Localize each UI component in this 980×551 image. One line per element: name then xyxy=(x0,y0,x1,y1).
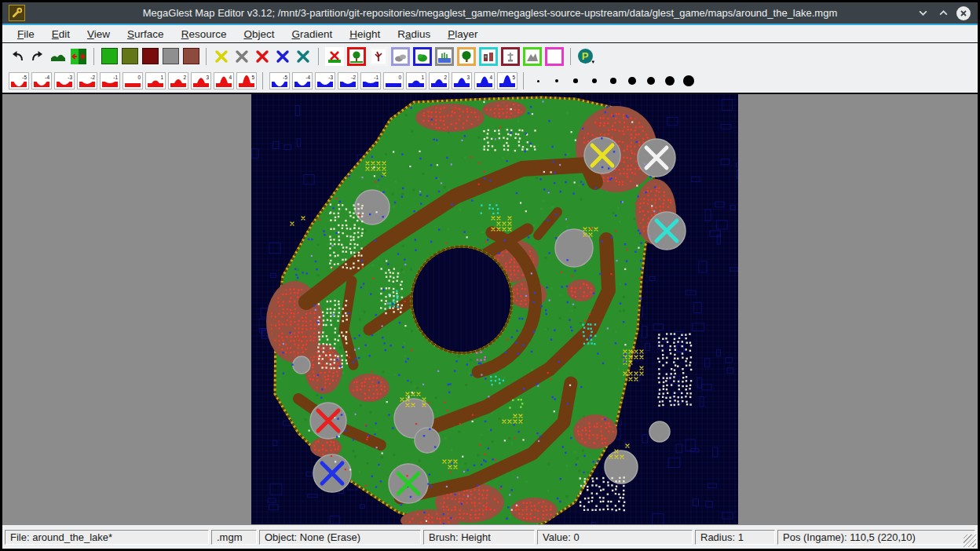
gradient-brush--3[interactable]: -3 xyxy=(315,72,335,89)
status-value: Value: 0 xyxy=(537,530,693,545)
object-tree-button[interactable] xyxy=(347,47,366,66)
svg-text:0: 0 xyxy=(137,75,141,80)
object-dead-tree-button[interactable] xyxy=(369,47,388,66)
redo-button[interactable] xyxy=(27,47,48,66)
radius-1-button[interactable] xyxy=(528,73,547,89)
toolbar-separator xyxy=(262,72,263,89)
object-erase-button[interactable] xyxy=(325,47,344,66)
swap-surfaces-button[interactable] xyxy=(68,47,89,66)
gradient-brush--4[interactable]: -4 xyxy=(292,72,313,89)
menu-height[interactable]: Height xyxy=(341,27,389,42)
svg-text:2: 2 xyxy=(444,75,447,80)
menu-edit[interactable]: Edit xyxy=(43,27,79,42)
map-canvas[interactable] xyxy=(251,94,738,524)
menu-player[interactable]: Player xyxy=(439,27,486,42)
gradient-brush-1[interactable]: 1 xyxy=(406,72,426,89)
resource-custom3-button[interactable] xyxy=(293,47,313,66)
height-brush--5[interactable]: -5 xyxy=(9,72,29,89)
surface-ground-button[interactable] xyxy=(181,47,201,66)
object-water-plant-button[interactable] xyxy=(435,47,454,66)
resize-grip[interactable] xyxy=(964,535,976,547)
resource-gold-button[interactable] xyxy=(211,47,232,66)
object-stone-button[interactable] xyxy=(391,47,410,66)
svg-text:2: 2 xyxy=(183,75,186,80)
gradient-brush-3[interactable]: 3 xyxy=(452,72,472,89)
height-brush-5[interactable]: 5 xyxy=(236,72,257,89)
surface-grass-button[interactable] xyxy=(99,47,119,66)
gradient-brush-2[interactable]: 2 xyxy=(429,72,449,89)
brush-toolbar: -5-4-3-2-1012345-5-4-3-2-1012345 xyxy=(2,69,978,93)
gradient-brush-0[interactable]: 0 xyxy=(383,72,404,89)
radius-dot xyxy=(555,79,558,82)
radius-4-button[interactable] xyxy=(585,73,604,89)
close-button[interactable] xyxy=(956,5,971,21)
height-brush-3[interactable]: 3 xyxy=(191,72,211,89)
maximize-button[interactable] xyxy=(935,5,951,21)
undo-button[interactable] xyxy=(7,47,27,66)
toolbar-separator xyxy=(570,48,571,65)
title-bar: MegaGlest Map Editor v3.12; /mnt/3-parti… xyxy=(2,2,978,24)
radius-dot xyxy=(592,78,598,84)
radius-8-button[interactable] xyxy=(660,73,679,89)
wrench-app-icon[interactable] xyxy=(9,5,25,21)
menu-view[interactable]: View xyxy=(79,27,119,42)
radius-dot xyxy=(573,78,578,83)
svg-text:-1: -1 xyxy=(374,75,378,80)
object-statue-button[interactable] xyxy=(501,47,520,66)
surface-alt-grass-button[interactable] xyxy=(119,47,140,66)
radius-2-button[interactable] xyxy=(547,73,566,89)
status-pos: Pos (Ingame): 110,5 (220,10) xyxy=(777,530,975,545)
menu-object[interactable]: Object xyxy=(235,27,283,42)
gradient-brush--5[interactable]: -5 xyxy=(269,72,290,89)
minimize-button[interactable] xyxy=(915,5,931,21)
menu-surface[interactable]: Surface xyxy=(119,27,173,42)
svg-text:-4: -4 xyxy=(45,75,49,80)
menu-radius[interactable]: Radius xyxy=(389,27,439,42)
menu-gradient[interactable]: Gradient xyxy=(283,27,341,42)
object-bush-button[interactable] xyxy=(413,47,432,66)
dropdown-arrow-icon: ▾ xyxy=(591,59,594,65)
radius-3-button[interactable] xyxy=(566,73,585,89)
object-invisible-button[interactable] xyxy=(545,47,564,66)
height-brush--3[interactable]: -3 xyxy=(54,72,75,89)
height-brush--1[interactable]: -1 xyxy=(100,72,120,89)
surface-stone-button[interactable] xyxy=(160,47,181,66)
menu-file[interactable]: File xyxy=(9,27,43,42)
app-window: MegaGlest Map Editor v3.12; /mnt/3-parti… xyxy=(0,0,980,551)
object-big-rock-button[interactable] xyxy=(523,47,542,66)
height-brush-4[interactable]: 4 xyxy=(214,72,234,89)
gradient-brush-5[interactable]: 5 xyxy=(497,72,517,89)
svg-text:-5: -5 xyxy=(283,75,287,80)
toolbar-separator xyxy=(318,48,319,65)
resource-custom2-button[interactable] xyxy=(272,47,293,66)
resource-custom1-button[interactable] xyxy=(252,47,272,66)
svg-text:5: 5 xyxy=(251,75,254,80)
radius-6-button[interactable] xyxy=(623,73,642,89)
height-brush--2[interactable]: -2 xyxy=(77,72,97,89)
gradient-brush--2[interactable]: -2 xyxy=(338,72,358,89)
svg-text:4: 4 xyxy=(229,75,232,80)
object-buildings-button[interactable] xyxy=(479,47,498,66)
surface-road-button[interactable] xyxy=(140,47,160,66)
height-brush-2[interactable]: 2 xyxy=(168,72,188,89)
object-big-tree-button[interactable] xyxy=(457,47,476,66)
radius-9-button[interactable] xyxy=(679,73,698,89)
radius-7-button[interactable] xyxy=(642,73,660,89)
radius-dot xyxy=(628,77,636,85)
player-brush-button[interactable]: P▾ xyxy=(576,47,594,66)
surface-grass-button-swatch xyxy=(101,48,118,64)
gradient-brush--1[interactable]: -1 xyxy=(360,72,381,89)
svg-text:-2: -2 xyxy=(90,75,95,80)
radius-5-button[interactable] xyxy=(604,73,623,89)
toolbar-separator xyxy=(93,48,94,65)
height-hill-button[interactable] xyxy=(48,47,68,66)
status-extension: .mgm xyxy=(211,530,257,545)
menu-resource[interactable]: Resource xyxy=(173,27,236,42)
height-brush--4[interactable]: -4 xyxy=(31,72,52,89)
radius-dot xyxy=(537,80,539,82)
svg-text:1: 1 xyxy=(421,75,424,80)
resource-stone-button[interactable] xyxy=(232,47,252,66)
height-brush-0[interactable]: 0 xyxy=(122,72,143,89)
height-brush-1[interactable]: 1 xyxy=(145,72,166,89)
gradient-brush-4[interactable]: 4 xyxy=(474,72,495,89)
